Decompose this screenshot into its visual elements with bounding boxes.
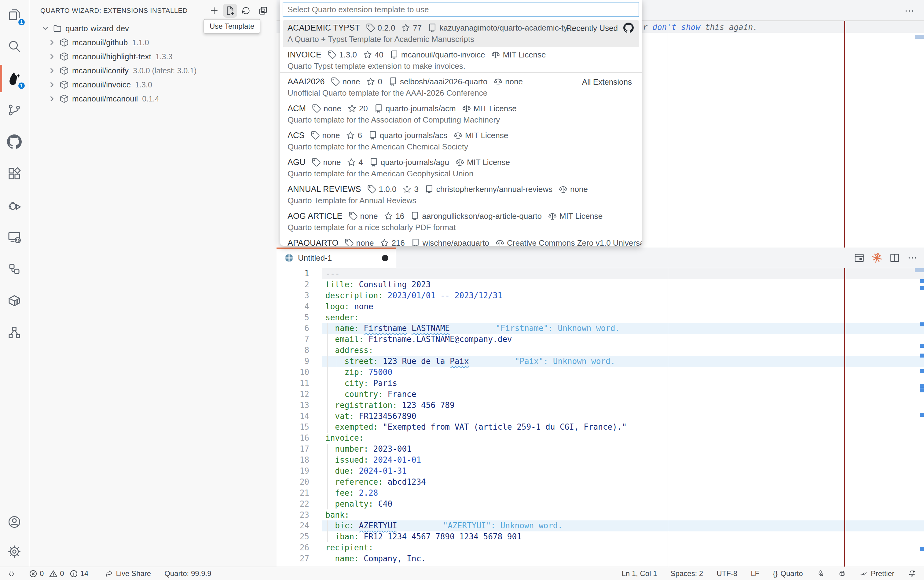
quickpick-item-academic-typst[interactable]: ACADEMIC TYPST 0.2.0 77 kazuyanagimoto/q… xyxy=(283,20,639,47)
editor-ruler-red xyxy=(844,21,845,247)
overview-mark xyxy=(920,322,924,326)
copilot-status[interactable] xyxy=(838,570,847,578)
tree-item-invoice[interactable]: mcanouil/invoice 1.3.0 xyxy=(30,77,277,92)
chevron-right-icon xyxy=(48,94,56,103)
quickpick-item-aog-article[interactable]: AOG ARTICLE none 16 aarongullickson/aog-… xyxy=(283,208,639,235)
encoding-status[interactable]: UTF-8 xyxy=(716,569,737,578)
quickpick-item-apaquarto[interactable]: APAQUARTO none 216 wjschne/apaquarto Cre… xyxy=(283,235,639,246)
remote-explorer-icon[interactable] xyxy=(0,222,29,252)
use-template-tooltip: Use Template xyxy=(204,19,260,34)
quickpick-item-acs[interactable]: ACS none 6 quarto-journals/acs MIT Licen… xyxy=(283,128,639,155)
law-icon xyxy=(494,77,502,86)
language-mode-status[interactable]: {}Quarto xyxy=(773,569,803,578)
search-icon[interactable] xyxy=(0,32,29,61)
cursor-position-status[interactable]: Ln 1, Col 1 xyxy=(621,569,657,578)
install-extension-button[interactable] xyxy=(207,4,221,18)
container-icon[interactable] xyxy=(0,286,29,315)
activity-bar: 1 1 xyxy=(0,0,29,567)
github-icon[interactable] xyxy=(0,127,29,157)
tree-item-version: 1.3.3 xyxy=(155,52,173,61)
explorer-icon[interactable]: 1 xyxy=(0,0,29,29)
formatter-status[interactable]: Prettier xyxy=(860,569,894,578)
status-bar: 0 0 14 Live Share Quarto: 99.9.9 Ln 1, C… xyxy=(0,567,924,580)
double-check-icon xyxy=(860,570,868,578)
eol-status[interactable]: LF xyxy=(751,569,759,578)
editor-ruler xyxy=(668,268,668,567)
vscode-workbench: 1 1 xyxy=(0,0,924,580)
item-license: MIT License xyxy=(502,50,546,59)
account-icon[interactable] xyxy=(0,507,29,537)
code-line-spell-info: 24 bic: AZERTYUI"AZERTYUI": Unknown word… xyxy=(277,521,924,531)
live-share-status[interactable]: Live Share xyxy=(105,569,151,578)
item-name: ACM xyxy=(288,104,306,114)
sidebar-quarto-wizard: QUARTO WIZARD: EXTENSIONS INSTALLED Use … xyxy=(30,0,277,567)
code-line: 4logo: none xyxy=(277,301,924,312)
github-open-icon[interactable] xyxy=(623,23,634,33)
item-description: Quarto Template for Annual Reviews xyxy=(288,196,417,205)
tree-item-github[interactable]: mcanouil/github 1.1.0 xyxy=(30,35,277,49)
bell-icon xyxy=(908,570,916,578)
source-control-icon[interactable] xyxy=(0,96,29,125)
more-actions-icon[interactable] xyxy=(906,252,919,264)
item-description: Quarto template for the American Geophys… xyxy=(288,169,473,178)
code-line: 12 country: France xyxy=(277,389,924,400)
code-line: 3description: 2023/01/01 -- 2023/12/31 xyxy=(277,290,924,301)
tree-item-iconify[interactable]: mcanouil/iconify 3.0.0 (latest: 3.0.1) xyxy=(30,64,277,77)
org-chart-icon[interactable] xyxy=(0,318,29,347)
group-label-all-extensions: All Extensions xyxy=(582,77,632,87)
wizard-badge: 1 xyxy=(17,82,26,90)
repo-icon xyxy=(410,211,420,221)
overview-mark xyxy=(920,547,924,551)
quickpick-input[interactable] xyxy=(283,2,639,17)
quickpick-item-agu[interactable]: AGU none 4 quarto-journals/agu MIT Licen… xyxy=(283,155,639,181)
quarto-version-status[interactable]: Quarto: 99.9.9 xyxy=(165,569,211,578)
info-count: 14 xyxy=(81,569,89,578)
use-template-button[interactable] xyxy=(223,4,237,18)
tree-root-label: quarto-wizard-dev xyxy=(65,24,129,33)
notifications-status[interactable] xyxy=(908,570,916,578)
quickpick-item-invoice[interactable]: INVOICE 1.3.0 40 mcanouil/quarto-invoice… xyxy=(283,47,639,74)
code-line: 2title: Consulting 2023 xyxy=(277,279,924,290)
run-debug-icon[interactable] xyxy=(0,191,29,220)
quickpick-item-aaai2026[interactable]: AAAI2026 none 0 selbosh/aaai2026-quarto … xyxy=(283,74,639,101)
folder-icon xyxy=(53,23,63,33)
quickpick-item-acm[interactable]: ACM none 20 quarto-journals/acm MIT Lice… xyxy=(283,101,639,128)
code-line: 16invoice: xyxy=(277,433,924,444)
scrollbar-slider[interactable] xyxy=(915,268,924,272)
unsaved-dot-icon[interactable] xyxy=(382,255,389,261)
indentation-status[interactable]: Spaces: 2 xyxy=(670,569,703,578)
code-line: 11 city: Paris xyxy=(277,378,924,389)
live-share-label: Live Share xyxy=(116,569,151,578)
scrollbar-slider[interactable] xyxy=(915,35,924,39)
settings-gear-icon[interactable] xyxy=(0,537,29,566)
item-description: Quarto template for a nice scholarly PDF… xyxy=(288,223,456,232)
quickpick-item-annual-reviews[interactable]: ANNUAL REVIEWS 1.0.0 3 christopherkenny/… xyxy=(283,181,639,208)
item-repo: kazuyanagimoto/quarto-academic-ty... xyxy=(440,23,573,33)
refresh-button[interactable] xyxy=(239,4,253,18)
problems-status[interactable]: 0 0 14 xyxy=(29,569,91,578)
mic-status[interactable] xyxy=(817,570,825,578)
package-icon xyxy=(59,38,69,47)
editor-content[interactable]: 1--- 2title: Consulting 2023 3descriptio… xyxy=(277,268,924,567)
tree-item-highlight-text[interactable]: mcanouil/highlight-text 1.3.3 xyxy=(30,49,277,64)
editor-ruler xyxy=(668,21,668,247)
chevron-right-icon xyxy=(48,52,56,61)
quarto-render-icon[interactable] xyxy=(871,252,883,264)
editor-more-actions-icon[interactable] xyxy=(904,5,915,16)
split-editor-icon[interactable] xyxy=(889,252,901,264)
item-name: AAAI2026 xyxy=(288,77,325,86)
quarto-wizard-icon[interactable]: 1 xyxy=(0,64,29,93)
star-icon xyxy=(346,131,355,140)
open-preview-icon[interactable] xyxy=(853,252,865,264)
tab-untitled-1[interactable]: Untitled-1 xyxy=(277,247,396,268)
collapse-all-button[interactable] xyxy=(256,4,270,18)
tree-item-mcanouil[interactable]: mcanouil/mcanouil 0.1.4 xyxy=(30,92,277,106)
item-name: AOG ARTICLE xyxy=(288,211,343,221)
remote-indicator[interactable] xyxy=(7,570,16,578)
overview-mark xyxy=(920,389,924,392)
law-icon xyxy=(462,104,471,113)
linked-nodes-icon[interactable] xyxy=(0,254,29,283)
tree-item-version: 1.3.0 xyxy=(135,81,152,89)
extensions-icon[interactable] xyxy=(0,159,29,188)
code-line: 20 reference: abcd1234 xyxy=(277,477,924,488)
